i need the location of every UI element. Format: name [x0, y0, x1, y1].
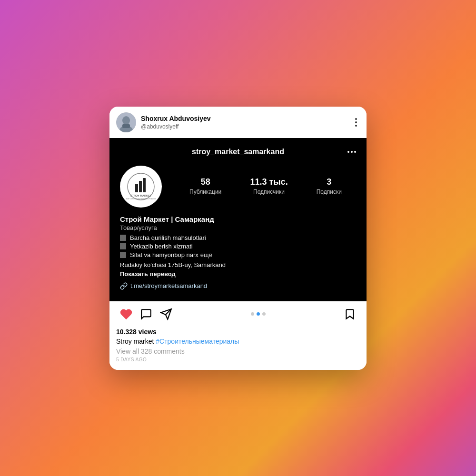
bio-link[interactable]: t.me/stroymarketsamarkand: [120, 282, 356, 290]
avatar[interactable]: [116, 112, 136, 132]
views-count: 10.328 views: [116, 328, 360, 336]
caption-text: Stroy market: [116, 337, 156, 345]
bio-list-item-1: Barcha qurilish mahsulotlari: [120, 234, 356, 241]
svg-rect-3: [122, 124, 130, 128]
page-dot-3: [262, 312, 266, 316]
caption: Stroy market #Строительныематериалы: [116, 337, 360, 345]
profile-header-bar: stroy_market_samarkand: [120, 148, 356, 156]
caption-hashtag[interactable]: #Строительныематериалы: [156, 337, 239, 345]
profile-username: stroy_market_samarkand: [192, 148, 284, 156]
comment-button[interactable]: [136, 306, 156, 322]
stat-publications: 58 Публикации: [189, 177, 221, 196]
bio-item-text-3: Sifat va hamyonbop narx: [130, 251, 198, 258]
stat-followers-label: Подписчики: [253, 188, 285, 195]
stat-publications-number: 58: [189, 177, 221, 187]
svg-rect-5: [135, 184, 138, 192]
svg-point-1: [122, 116, 130, 125]
bio-list-item-2: Yetkazib berish xizmati: [120, 243, 356, 250]
checkbox-icon-2: [120, 243, 126, 249]
post-content-area: stroy_market_samarkand STROY MA: [109, 138, 367, 301]
bio-name: Строй Маркет | Самарканд: [120, 215, 356, 223]
bio-link-text: t.me/stroymarketsamarkand: [130, 282, 207, 289]
post-timestamp: 5 days ago: [116, 357, 360, 362]
bio-item-text-2: Yetkazib berish xizmati: [130, 243, 193, 250]
header-handle: @abduvosiyeff: [141, 123, 352, 130]
checkbox-icon-3: [120, 252, 126, 258]
bookmark-button[interactable]: [340, 306, 360, 322]
post-header: Shoxrux Abduvosiyev @abduvosiyeff: [109, 107, 367, 138]
bio-category: Товар/услуга: [120, 224, 356, 231]
pagination-dots: [251, 312, 266, 316]
more-options-button[interactable]: [352, 116, 360, 129]
share-button[interactable]: [156, 306, 176, 322]
profile-avatar-large: STROY MARKET МИР СТРОИТЕЛЬНЫХ МАТЕРИАЛОВ: [120, 166, 162, 208]
heart-icon: [120, 308, 132, 320]
header-user-info: Shoxrux Abduvosiyev @abduvosiyeff: [141, 114, 352, 129]
profile-info-row: STROY MARKET МИР СТРОИТЕЛЬНЫХ МАТЕРИАЛОВ…: [120, 166, 356, 208]
svg-rect-7: [143, 178, 146, 192]
link-icon: [120, 282, 128, 290]
svg-text:МИР СТРОИТЕЛЬНЫХ МАТЕРИАЛОВ: МИР СТРОИТЕЛЬНЫХ МАТЕРИАЛОВ: [126, 198, 157, 200]
post-footer: 10.328 views Stroy market #Строительныем…: [109, 327, 367, 370]
bookmark-icon: [344, 308, 356, 320]
stat-followers-number: 11.3 тыс.: [250, 177, 288, 187]
bio-item-text-1: Barcha qurilish mahsulotlari: [130, 234, 206, 241]
checkbox-icon-1: [120, 235, 126, 241]
page-dot-1: [251, 312, 254, 316]
bio-translate-button[interactable]: Показать перевод: [120, 270, 356, 278]
page-dot-2: [257, 312, 260, 316]
header-username: Shoxrux Abduvosiyev: [141, 114, 352, 123]
bio-section: Строй Маркет | Самарканд Товар/услуга Ba…: [120, 215, 356, 290]
svg-rect-6: [139, 181, 142, 192]
bio-list: Barcha qurilish mahsulotlari Yetkazib be…: [120, 234, 356, 258]
profile-more-button[interactable]: [347, 151, 356, 153]
like-button[interactable]: [116, 306, 136, 322]
instagram-post-card: Shoxrux Abduvosiyev @abduvosiyeff stroy_…: [109, 107, 367, 370]
stat-publications-label: Публикации: [189, 188, 221, 195]
bio-more-label[interactable]: ещё: [200, 251, 212, 258]
bio-address: Rudakiy ko'chasi 175B-uy, Samarkand: [120, 261, 356, 268]
stat-following-number: 3: [317, 177, 342, 187]
actions-bar: [109, 301, 367, 327]
send-icon: [160, 308, 172, 320]
view-comments-link[interactable]: View all 328 comments: [116, 347, 360, 355]
bio-list-item-3: Sifat va hamyonbop narx ещё: [120, 251, 356, 258]
stat-following: 3 Подписки: [317, 177, 342, 196]
comment-icon: [140, 308, 152, 320]
svg-text:STROY MARKET: STROY MARKET: [130, 194, 152, 197]
stat-following-label: Подписки: [317, 188, 342, 195]
stat-followers: 11.3 тыс. Подписчики: [250, 177, 288, 196]
profile-stats: 58 Публикации 11.3 тыс. Подписчики 3 Под…: [175, 177, 356, 196]
